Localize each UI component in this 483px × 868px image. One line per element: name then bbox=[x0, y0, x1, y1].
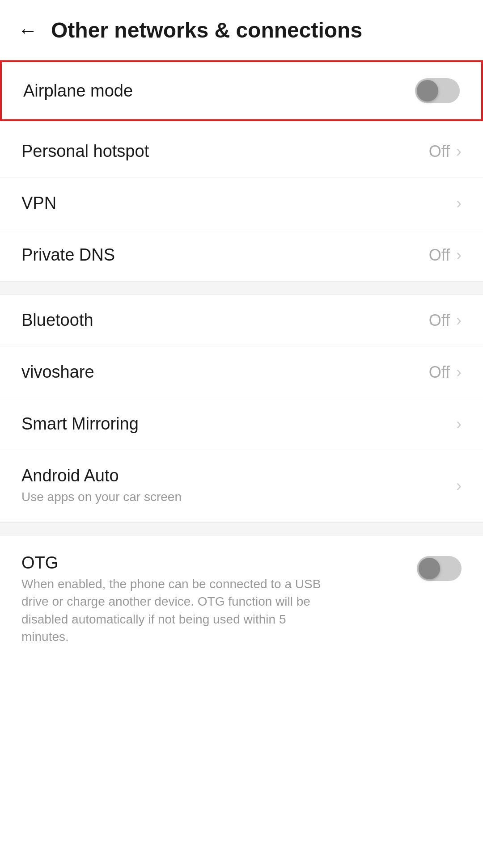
vivoshare-left: vivoshare bbox=[21, 362, 94, 382]
personal-hotspot-chevron-icon: › bbox=[456, 142, 462, 161]
personal-hotspot-right: Off › bbox=[429, 142, 462, 161]
airplane-mode-toggle-knob bbox=[417, 80, 438, 101]
private-dns-status: Off bbox=[429, 246, 450, 265]
personal-hotspot-status: Off bbox=[429, 142, 450, 161]
smart-mirroring-left: Smart Mirroring bbox=[21, 414, 139, 434]
bluetooth-right: Off › bbox=[429, 311, 462, 330]
android-auto-row[interactable]: Android Auto Use apps on your car screen… bbox=[0, 450, 483, 522]
page-header: ← Other networks & connections bbox=[0, 0, 483, 56]
personal-hotspot-label: Personal hotspot bbox=[21, 142, 149, 161]
vivoshare-status: Off bbox=[429, 363, 450, 382]
smart-mirroring-chevron-icon: › bbox=[456, 415, 462, 434]
vpn-left: VPN bbox=[21, 194, 56, 213]
private-dns-chevron-icon: › bbox=[456, 246, 462, 265]
private-dns-row[interactable]: Private DNS Off › bbox=[0, 229, 483, 281]
airplane-mode-right bbox=[415, 78, 460, 103]
smart-mirroring-label: Smart Mirroring bbox=[21, 414, 139, 434]
vpn-label: VPN bbox=[21, 194, 56, 213]
otg-sublabel: When enabled, the phone can be connected… bbox=[21, 575, 335, 645]
otg-toggle[interactable] bbox=[417, 556, 462, 581]
bluetooth-chevron-icon: › bbox=[456, 311, 462, 330]
vivoshare-chevron-icon: › bbox=[456, 363, 462, 382]
otg-right bbox=[417, 556, 462, 581]
bluetooth-status: Off bbox=[429, 311, 450, 330]
android-auto-chevron-icon: › bbox=[456, 476, 462, 495]
bluetooth-left: Bluetooth bbox=[21, 311, 93, 330]
private-dns-label: Private DNS bbox=[21, 245, 115, 265]
airplane-mode-left: Airplane mode bbox=[23, 81, 133, 101]
vpn-chevron-icon: › bbox=[456, 194, 462, 213]
network-section: Personal hotspot Off › VPN › Private DNS… bbox=[0, 126, 483, 281]
vpn-right: › bbox=[456, 194, 462, 213]
otg-left: OTG When enabled, the phone can be conne… bbox=[21, 553, 335, 645]
otg-label: OTG bbox=[21, 553, 335, 573]
otg-section: OTG When enabled, the phone can be conne… bbox=[0, 535, 483, 663]
bluetooth-label: Bluetooth bbox=[21, 311, 93, 330]
vivoshare-right: Off › bbox=[429, 363, 462, 382]
android-auto-label: Android Auto bbox=[21, 466, 182, 485]
smart-mirroring-row[interactable]: Smart Mirroring › bbox=[0, 398, 483, 450]
android-auto-right: › bbox=[456, 476, 462, 495]
airplane-mode-label: Airplane mode bbox=[23, 81, 133, 101]
bluetooth-row[interactable]: Bluetooth Off › bbox=[0, 295, 483, 346]
vpn-row[interactable]: VPN › bbox=[0, 177, 483, 229]
vivoshare-label: vivoshare bbox=[21, 362, 94, 382]
smart-mirroring-right: › bbox=[456, 415, 462, 434]
back-button[interactable]: ← bbox=[18, 21, 38, 40]
personal-hotspot-row[interactable]: Personal hotspot Off › bbox=[0, 126, 483, 177]
vivoshare-row[interactable]: vivoshare Off › bbox=[0, 346, 483, 398]
otg-row[interactable]: OTG When enabled, the phone can be conne… bbox=[0, 535, 483, 663]
airplane-mode-toggle[interactable] bbox=[415, 78, 460, 103]
section-divider-2 bbox=[0, 522, 483, 535]
page-title: Other networks & connections bbox=[51, 18, 362, 42]
private-dns-right: Off › bbox=[429, 246, 462, 265]
section-divider bbox=[0, 281, 483, 295]
otg-toggle-knob bbox=[419, 558, 440, 579]
private-dns-left: Private DNS bbox=[21, 245, 115, 265]
android-auto-sublabel: Use apps on your car screen bbox=[21, 488, 182, 506]
personal-hotspot-left: Personal hotspot bbox=[21, 142, 149, 161]
airplane-mode-section: Airplane mode bbox=[0, 60, 483, 121]
connectivity-section: Bluetooth Off › vivoshare Off › Smart Mi… bbox=[0, 295, 483, 522]
airplane-mode-row[interactable]: Airplane mode bbox=[2, 62, 481, 119]
android-auto-left: Android Auto Use apps on your car screen bbox=[21, 466, 182, 506]
